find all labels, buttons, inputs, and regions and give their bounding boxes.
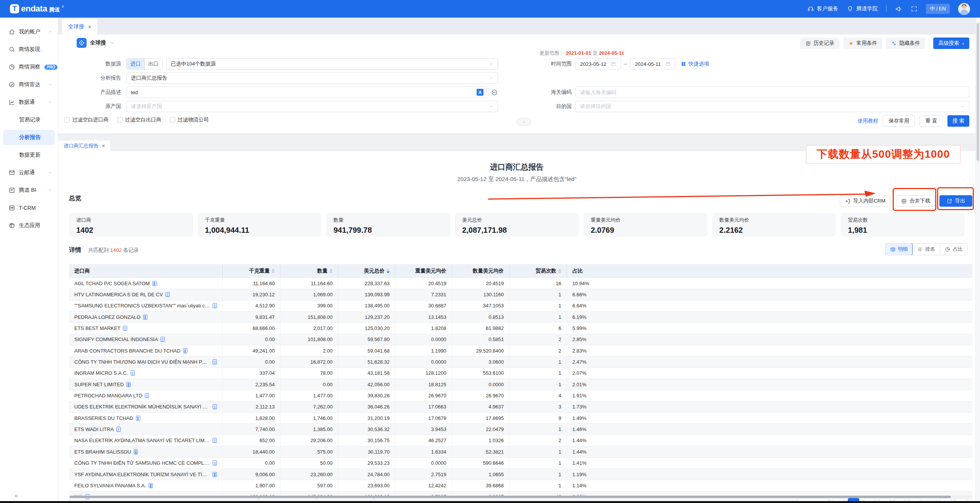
company-profile-icon[interactable]	[152, 281, 157, 286]
dest-country-select[interactable]: 请选择目的国	[575, 101, 969, 112]
hs-code-input[interactable]	[575, 87, 969, 98]
favorite-conditions-button[interactable]: 常用条件	[843, 38, 882, 49]
sidebar-collapse-icon[interactable]: «	[15, 492, 18, 499]
product-desc-input[interactable]	[126, 87, 487, 98]
company-profile-icon[interactable]	[213, 303, 217, 308]
panel-collapse-button[interactable]	[516, 118, 531, 126]
sort-icon[interactable]	[558, 269, 561, 273]
importer-cell[interactable]: ""SAMSUNG ELECTRONICS UZBEKISTAN"" mas`u…	[69, 300, 223, 311]
column-header[interactable]: 贸易次数	[510, 264, 567, 278]
sort-icon[interactable]	[272, 269, 275, 273]
import-crm-button[interactable]: 导入内部CRM	[840, 195, 890, 207]
column-header[interactable]: 美元总价	[338, 264, 395, 278]
importer-cell[interactable]: CÔNG TY TNHH THƯƠNG MẠI DỊCH VỤ ĐIỆN MẠN…	[69, 356, 223, 367]
company-profile-icon[interactable]	[145, 393, 149, 398]
importer-cell[interactable]: BRASSERIES DU TCHAD	[69, 413, 223, 423]
sidebar-item-3[interactable]: 商情雷达	[0, 76, 58, 93]
report-type-select[interactable]: 进口商汇总报告	[126, 72, 498, 84]
language-toggle[interactable]: 中 / EN	[926, 4, 950, 14]
avatar[interactable]	[958, 3, 970, 15]
importer-cell[interactable]: ARAB CONTRACTORS BRANCHE DU TCHAD	[69, 345, 223, 356]
column-header[interactable]: 数量	[280, 264, 338, 278]
exclude-icon[interactable]	[491, 89, 498, 96]
importer-cell[interactable]: FEILO SYLVANIA PANAMA S.A.	[69, 480, 223, 491]
importer-cell[interactable]: ETS WADI LITRA	[69, 424, 223, 434]
fullscreen-icon[interactable]	[911, 5, 918, 12]
view-0-button[interactable]: 明细	[885, 243, 913, 255]
sidebar-item-10[interactable]: T-CRM	[0, 199, 58, 217]
hide-conditions-button[interactable]: 隐藏条件	[886, 38, 925, 49]
sidebar-item-0[interactable]: 我的账户	[0, 23, 58, 41]
filter-checkbox-0[interactable]: 过滤空白进口商	[64, 116, 109, 123]
importer-cell[interactable]: PEDRAJA LOPEZ GONZALO	[69, 312, 223, 322]
company-profile-icon[interactable]	[213, 404, 217, 409]
sidebar-item-9[interactable]: 腾道 BI	[0, 181, 58, 199]
company-profile-icon[interactable]	[161, 337, 165, 342]
sidebar-item-2[interactable]: 商情洞察PRO	[0, 58, 58, 76]
company-profile-icon[interactable]	[131, 371, 135, 376]
advanced-search-button[interactable]: 高级搜索 ›	[933, 38, 970, 49]
sidebar-item-11[interactable]: 生态应用	[0, 217, 58, 234]
company-profile-icon[interactable]	[213, 472, 217, 477]
importer-cell[interactable]: CÔNG TY TNHH ĐIỆN TỬ SAMSUNG HCMC CE COM…	[69, 458, 223, 469]
quick-options-button[interactable]: 快捷选项	[681, 60, 709, 67]
export-toggle[interactable]: 出口	[144, 59, 162, 69]
company-profile-icon[interactable]	[123, 326, 127, 331]
translate-icon[interactable]: A	[477, 89, 483, 96]
importer-cell[interactable]: NASA ELEKTRİK AYDINLATMA SANAYİ VE TİCAR…	[69, 435, 223, 446]
datasource-select[interactable]: 已选中104个数据源	[166, 58, 498, 70]
sidebar-item-4[interactable]: 数据通	[0, 93, 58, 111]
company-profile-icon[interactable]	[136, 416, 140, 421]
merge-download-button[interactable]: 合并下载	[896, 195, 935, 207]
sort-icon[interactable]	[329, 269, 333, 273]
save-conditions-button[interactable]: 保存常用	[883, 115, 915, 127]
company-profile-icon[interactable]	[213, 461, 217, 465]
date-to-input[interactable]: 2024-05-11	[630, 58, 675, 70]
view-1-button[interactable]: 排名	[912, 243, 940, 255]
importer-cell[interactable]: ETS BEST MARKET	[69, 323, 223, 333]
company-profile-icon[interactable]	[126, 382, 131, 387]
company-profile-icon[interactable]	[116, 427, 121, 432]
tutorial-link[interactable]: 使用教程	[857, 118, 878, 124]
company-profile-icon[interactable]	[134, 449, 138, 454]
importer-cell[interactable]: PETROCHAD MANGARA LTD	[69, 390, 223, 401]
importer-cell[interactable]: INGRAM MICRO S.A.C.	[69, 368, 223, 379]
column-header[interactable]: 千克重量	[223, 264, 280, 278]
importer-cell[interactable]: HTV LATINOAMERICA S DE RL DE CV	[69, 289, 223, 300]
sort-icon[interactable]	[387, 269, 390, 273]
date-from-input[interactable]: 2023-05-12	[575, 58, 621, 70]
customer-service-button[interactable]: 客户服务	[807, 5, 838, 12]
tab-import-report[interactable]: 进口商汇总报告 ×	[58, 140, 110, 151]
vertical-scrollbar[interactable]	[975, 18, 980, 503]
megaphone-icon[interactable]	[895, 5, 902, 13]
search-mode-selector[interactable]: 全球搜	[77, 38, 115, 48]
importer-cell[interactable]: SIGNIFY COMMERCIAL INDONESIA	[69, 334, 223, 345]
sidebar-item-7[interactable]: 数据更新	[0, 146, 58, 164]
import-toggle[interactable]: 进口	[127, 59, 144, 69]
sidebar-item-1[interactable]: 商情发现	[0, 41, 58, 58]
company-profile-icon[interactable]	[166, 292, 170, 297]
reset-button[interactable]: 重 置	[919, 115, 943, 127]
sidebar-item-6-active[interactable]: 分析报告	[0, 129, 58, 146]
sidebar-item-8[interactable]: 云邮通	[0, 164, 58, 181]
filter-checkbox-2[interactable]: 过滤物流公司	[170, 116, 209, 123]
export-button[interactable]: 导出	[939, 195, 972, 207]
history-button[interactable]: 历史记录	[800, 38, 839, 49]
company-profile-icon[interactable]	[183, 348, 187, 353]
academy-button[interactable]: 腾道学院	[847, 5, 878, 12]
importer-cell[interactable]: ETS BRAHIM SALISSOU	[69, 446, 223, 457]
importer-cell[interactable]: UDES ELEKTRİK ELEKTRONİK MÜHENDİSLİK SAN…	[69, 402, 223, 412]
company-profile-icon[interactable]	[143, 315, 147, 320]
search-button[interactable]: 搜 索	[947, 115, 969, 127]
importer-cell[interactable]: YSF AYDINLATMA ELEKTRONİK TURİZM SANAYİ …	[69, 469, 223, 480]
importer-cell[interactable]: AGL TCHAD P/C SOGEA SATOM	[69, 278, 223, 289]
close-icon[interactable]: ×	[102, 143, 105, 149]
company-profile-icon[interactable]	[149, 483, 153, 488]
origin-country-select[interactable]: 请选择原产国	[126, 101, 498, 112]
sidebar-item-5[interactable]: 贸易记录	[0, 111, 58, 129]
company-profile-icon[interactable]	[213, 359, 217, 364]
close-icon[interactable]: ×	[88, 24, 91, 30]
tab-global-search[interactable]: 全球搜 ×	[62, 19, 97, 34]
importer-cell[interactable]: SUPER NET LIMITED	[69, 379, 223, 390]
view-2-button[interactable]: 占比	[940, 243, 967, 255]
